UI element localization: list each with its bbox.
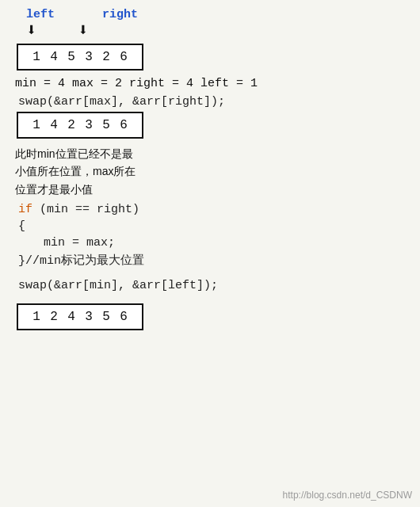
array2-cell-0: 1: [28, 118, 45, 132]
swap1-code-text: swap(&arr[max], &arr[right]);: [18, 95, 225, 109]
array2-cell-5: 6: [115, 118, 132, 132]
array3-cell-0: 1: [28, 310, 45, 324]
chinese-line-1: 此时min位置已经不是最: [15, 145, 408, 162]
brace-close-line: }//min标记为最大位置: [12, 253, 408, 268]
array2-cell-2: 2: [63, 118, 80, 132]
section-gap2: [12, 295, 408, 303]
array3-box: 1 2 4 3 5 6: [17, 303, 143, 330]
info-line: min = 4 max = 2 right = 4 left = 1: [12, 77, 408, 90]
array1-cell-4: 2: [97, 50, 115, 64]
swap1-code-line: swap(&arr[max], &arr[right]);: [12, 95, 408, 109]
array3-cell-3: 3: [80, 310, 97, 324]
brace-open-line: {: [12, 219, 408, 233]
array2-cell-1: 4: [45, 118, 63, 132]
array3-cell-1: 2: [45, 310, 63, 324]
array2-cell-3: 3: [80, 118, 97, 132]
pointer-labels-row: left right: [12, 8, 408, 21]
array2-box: 1 4 2 3 5 6: [17, 112, 143, 139]
if-condition: (min == right): [32, 203, 139, 216]
array3-cell-2: 4: [63, 310, 80, 324]
chinese-explanation: 此时min位置已经不是最 小值所在位置，max所在 位置才是最小值: [12, 145, 408, 198]
left-pointer-label: left: [26, 8, 55, 21]
array1-cell-5: 6: [115, 50, 132, 64]
min-max-text: min = max;: [44, 236, 115, 250]
swap2-code-text: swap(&arr[min], &arr[left]);: [18, 279, 218, 292]
chinese-line-2: 小值所在位置，max所在: [15, 162, 408, 180]
array1-cell-2: 5: [63, 50, 80, 64]
array2-cell-4: 5: [97, 118, 115, 132]
array3-cell-4: 5: [97, 310, 115, 324]
swap2-code-line: swap(&arr[min], &arr[left]);: [12, 279, 408, 292]
array3-cell-5: 6: [115, 310, 132, 324]
if-code-line: if (min == right): [12, 203, 408, 216]
brace-open-text: {: [18, 219, 25, 233]
right-arrow-icon: ⬇: [78, 23, 88, 40]
array1-cell-0: 1: [28, 50, 45, 64]
right-pointer-label: right: [102, 8, 138, 21]
array1-cell-3: 3: [80, 50, 97, 64]
watermark: http://blog.csdn.net/d_CSDNW: [283, 490, 412, 501]
brace-close-text: }//min标记为最大位置: [18, 254, 144, 268]
if-keyword: if: [18, 203, 32, 216]
left-arrow-icon: ⬇: [26, 23, 36, 40]
min-max-line: min = max;: [12, 236, 408, 250]
arrows-row: ⬇ ⬇: [12, 23, 408, 40]
array1-cell-1: 4: [45, 50, 63, 64]
chinese-line-3: 位置才是最小值: [15, 181, 408, 198]
array1-box: 1 4 5 3 2 6: [17, 44, 143, 71]
section-gap: [12, 271, 408, 279]
